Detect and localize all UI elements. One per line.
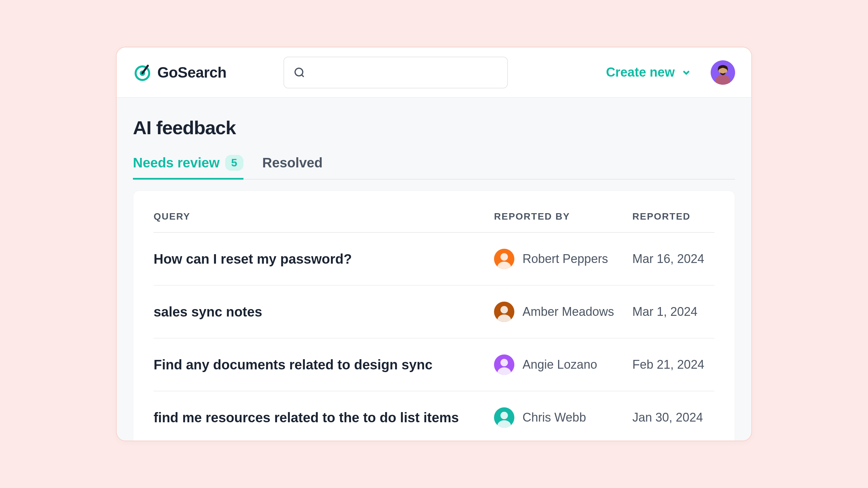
table-row[interactable]: sales sync notesAmber MeadowsMar 1, 2024: [154, 286, 714, 339]
reporter-name: Angie Lozano: [522, 358, 597, 372]
create-new-button[interactable]: Create new: [606, 65, 692, 80]
content: AI feedback Needs review 5 Resolved QUER…: [117, 98, 751, 441]
logo[interactable]: GoSearch: [133, 63, 226, 82]
column-header-reported-by: REPORTED BY: [494, 211, 632, 222]
reported-date: Mar 16, 2024: [632, 252, 704, 266]
svg-point-9: [497, 262, 511, 269]
reporter-avatar: [494, 354, 514, 375]
svg-point-12: [500, 359, 508, 366]
user-avatar[interactable]: [711, 60, 735, 85]
header: GoSearch Create new: [117, 47, 751, 98]
table-header: QUERY REPORTED BY REPORTED: [154, 198, 714, 233]
reporter-avatar: [494, 302, 514, 322]
svg-point-8: [500, 253, 508, 261]
reporter-name: Robert Peppers: [522, 252, 608, 266]
svg-point-14: [500, 412, 508, 419]
reporter-avatar: [494, 249, 514, 269]
query-text: find me resources related to the to do l…: [154, 410, 459, 425]
svg-point-10: [500, 306, 508, 313]
feedback-table: QUERY REPORTED BY REPORTED How can I res…: [133, 190, 735, 441]
svg-line-4: [301, 75, 303, 77]
table-row[interactable]: find me resources related to the to do l…: [154, 391, 714, 441]
tab-needs-review[interactable]: Needs review 5: [133, 155, 243, 179]
tab-label: Resolved: [262, 155, 323, 170]
svg-point-11: [497, 314, 511, 322]
reporter-name: Amber Meadows: [522, 305, 614, 319]
column-header-query: QUERY: [154, 211, 494, 222]
svg-point-13: [497, 367, 511, 375]
tabs: Needs review 5 Resolved: [133, 155, 735, 180]
header-right: Create new: [606, 60, 735, 85]
tab-resolved[interactable]: Resolved: [262, 155, 323, 179]
reporter-avatar: [494, 407, 514, 428]
search-icon: [294, 67, 305, 78]
svg-point-15: [497, 420, 511, 428]
query-text: How can I reset my password?: [154, 251, 352, 266]
query-text: Find any documents related to design syn…: [154, 357, 432, 372]
app-window: GoSearch Create new: [116, 47, 752, 441]
svg-point-3: [295, 68, 303, 76]
column-header-reported: REPORTED: [632, 211, 714, 222]
search-input[interactable]: [283, 57, 508, 88]
chevron-down-icon: [681, 67, 692, 78]
page-title: AI feedback: [133, 117, 735, 139]
table-row[interactable]: Find any documents related to design syn…: [154, 339, 714, 391]
table-body: How can I reset my password?Robert Peppe…: [154, 233, 714, 441]
table-row[interactable]: How can I reset my password?Robert Peppe…: [154, 233, 714, 286]
reported-date: Feb 21, 2024: [632, 358, 704, 371]
logo-text: GoSearch: [157, 64, 226, 81]
reported-date: Mar 1, 2024: [632, 305, 697, 319]
reported-date: Jan 30, 2024: [632, 410, 703, 424]
create-new-label: Create new: [606, 65, 675, 80]
query-text: sales sync notes: [154, 304, 262, 319]
reporter-name: Chris Webb: [522, 410, 586, 425]
logo-icon: [133, 63, 152, 82]
tab-label: Needs review: [133, 155, 220, 170]
tab-count-badge: 5: [225, 155, 243, 171]
